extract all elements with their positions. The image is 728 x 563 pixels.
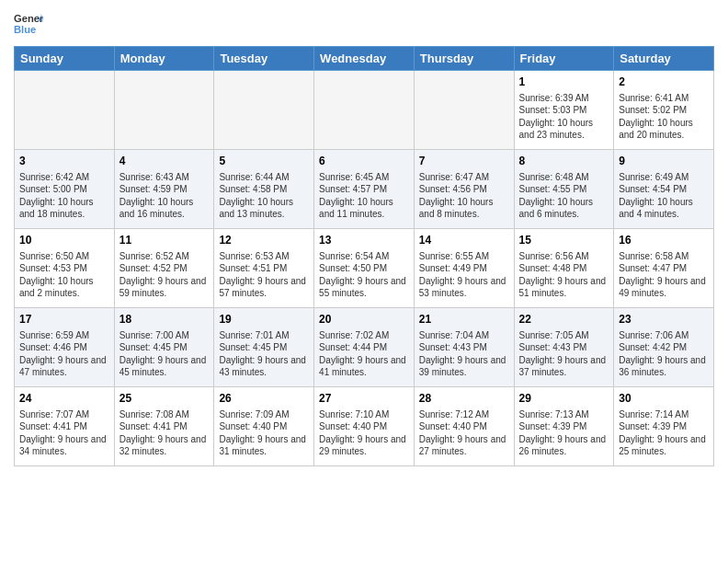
weekday-header-monday: Monday xyxy=(114,47,214,71)
day-number: 17 xyxy=(19,312,109,327)
calendar-cell: 14Sunrise: 6:55 AM Sunset: 4:49 PM Dayli… xyxy=(414,229,514,308)
day-number: 25 xyxy=(119,391,210,407)
weekday-header-saturday: Saturday xyxy=(614,47,714,71)
calendar-table: SundayMondayTuesdayWednesdayThursdayFrid… xyxy=(14,46,714,466)
calendar-cell: 1Sunrise: 6:39 AM Sunset: 5:03 PM Daylig… xyxy=(514,71,614,150)
calendar-cell: 17Sunrise: 6:59 AM Sunset: 4:46 PM Dayli… xyxy=(15,308,115,387)
day-number: 23 xyxy=(619,312,709,327)
day-number: 13 xyxy=(319,233,409,248)
logo-icon: General Blue xyxy=(14,9,43,39)
day-number: 1 xyxy=(519,75,609,90)
calendar-week-row: 3Sunrise: 6:42 AM Sunset: 5:00 PM Daylig… xyxy=(15,150,714,229)
calendar-cell: 22Sunrise: 7:05 AM Sunset: 4:43 PM Dayli… xyxy=(514,308,614,387)
day-info: Sunrise: 6:55 AM Sunset: 4:49 PM Dayligh… xyxy=(419,250,509,300)
calendar-cell: 27Sunrise: 7:10 AM Sunset: 4:40 PM Dayli… xyxy=(314,387,415,466)
day-info: Sunrise: 6:43 AM Sunset: 4:59 PM Dayligh… xyxy=(119,171,210,221)
day-info: Sunrise: 6:39 AM Sunset: 5:03 PM Dayligh… xyxy=(519,92,609,142)
day-number: 7 xyxy=(419,154,509,169)
calendar-cell: 7Sunrise: 6:47 AM Sunset: 4:56 PM Daylig… xyxy=(414,150,514,229)
calendar-cell: 24Sunrise: 7:07 AM Sunset: 4:41 PM Dayli… xyxy=(15,387,115,466)
calendar-cell: 21Sunrise: 7:04 AM Sunset: 4:43 PM Dayli… xyxy=(414,308,514,387)
day-number: 15 xyxy=(519,233,609,248)
day-number: 3 xyxy=(19,154,109,169)
calendar-header-row: SundayMondayTuesdayWednesdayThursdayFrid… xyxy=(15,47,714,71)
calendar-cell: 8Sunrise: 6:48 AM Sunset: 4:55 PM Daylig… xyxy=(514,150,614,229)
logo: General Blue xyxy=(14,9,49,39)
day-number: 11 xyxy=(119,233,210,248)
day-info: Sunrise: 6:50 AM Sunset: 4:53 PM Dayligh… xyxy=(19,250,109,300)
day-info: Sunrise: 6:45 AM Sunset: 4:57 PM Dayligh… xyxy=(319,171,409,221)
day-number: 6 xyxy=(319,154,409,169)
calendar-cell xyxy=(214,71,314,150)
day-number: 21 xyxy=(419,312,509,327)
day-info: Sunrise: 6:58 AM Sunset: 4:47 PM Dayligh… xyxy=(619,250,709,300)
calendar-cell: 26Sunrise: 7:09 AM Sunset: 4:40 PM Dayli… xyxy=(214,387,314,466)
weekday-header-sunday: Sunday xyxy=(15,47,115,71)
day-number: 27 xyxy=(319,391,409,407)
day-number: 19 xyxy=(219,312,309,327)
day-info: Sunrise: 6:42 AM Sunset: 5:00 PM Dayligh… xyxy=(19,171,109,221)
day-info: Sunrise: 7:00 AM Sunset: 4:45 PM Dayligh… xyxy=(119,329,210,379)
calendar-cell xyxy=(15,71,115,150)
day-number: 4 xyxy=(119,154,210,169)
day-info: Sunrise: 6:52 AM Sunset: 4:52 PM Dayligh… xyxy=(119,250,210,300)
page-container: General Blue SundayMondayTuesdayWednesda… xyxy=(0,0,728,563)
day-info: Sunrise: 7:14 AM Sunset: 4:39 PM Dayligh… xyxy=(619,408,709,458)
day-number: 26 xyxy=(219,391,309,407)
calendar-cell: 11Sunrise: 6:52 AM Sunset: 4:52 PM Dayli… xyxy=(114,229,214,308)
day-info: Sunrise: 7:10 AM Sunset: 4:40 PM Dayligh… xyxy=(319,408,409,458)
day-info: Sunrise: 7:09 AM Sunset: 4:40 PM Dayligh… xyxy=(219,408,309,458)
svg-text:General: General xyxy=(14,13,43,24)
day-info: Sunrise: 6:41 AM Sunset: 5:02 PM Dayligh… xyxy=(619,92,709,142)
day-info: Sunrise: 6:49 AM Sunset: 4:54 PM Dayligh… xyxy=(619,171,709,221)
calendar-cell: 2Sunrise: 6:41 AM Sunset: 5:02 PM Daylig… xyxy=(614,71,714,150)
day-info: Sunrise: 6:53 AM Sunset: 4:51 PM Dayligh… xyxy=(219,250,309,300)
day-info: Sunrise: 7:01 AM Sunset: 4:45 PM Dayligh… xyxy=(219,329,309,379)
day-info: Sunrise: 6:48 AM Sunset: 4:55 PM Dayligh… xyxy=(519,171,609,221)
day-info: Sunrise: 7:13 AM Sunset: 4:39 PM Dayligh… xyxy=(519,408,609,458)
day-number: 8 xyxy=(519,154,609,169)
day-number: 30 xyxy=(619,391,709,407)
day-number: 22 xyxy=(519,312,609,327)
calendar-cell: 5Sunrise: 6:44 AM Sunset: 4:58 PM Daylig… xyxy=(214,150,314,229)
svg-text:Blue: Blue xyxy=(14,24,36,35)
day-info: Sunrise: 6:54 AM Sunset: 4:50 PM Dayligh… xyxy=(319,250,409,300)
day-number: 24 xyxy=(19,391,109,407)
calendar-cell: 18Sunrise: 7:00 AM Sunset: 4:45 PM Dayli… xyxy=(114,308,214,387)
calendar-cell: 15Sunrise: 6:56 AM Sunset: 4:48 PM Dayli… xyxy=(514,229,614,308)
calendar-cell: 3Sunrise: 6:42 AM Sunset: 5:00 PM Daylig… xyxy=(15,150,115,229)
calendar-week-row: 10Sunrise: 6:50 AM Sunset: 4:53 PM Dayli… xyxy=(15,229,714,308)
calendar-week-row: 17Sunrise: 6:59 AM Sunset: 4:46 PM Dayli… xyxy=(15,308,714,387)
day-info: Sunrise: 6:56 AM Sunset: 4:48 PM Dayligh… xyxy=(519,250,609,300)
day-number: 10 xyxy=(19,233,109,248)
calendar-cell: 25Sunrise: 7:08 AM Sunset: 4:41 PM Dayli… xyxy=(114,387,214,466)
calendar-cell: 23Sunrise: 7:06 AM Sunset: 4:42 PM Dayli… xyxy=(614,308,714,387)
day-number: 20 xyxy=(319,312,409,327)
day-info: Sunrise: 7:08 AM Sunset: 4:41 PM Dayligh… xyxy=(119,408,210,458)
calendar-week-row: 1Sunrise: 6:39 AM Sunset: 5:03 PM Daylig… xyxy=(15,71,714,150)
calendar-cell: 6Sunrise: 6:45 AM Sunset: 4:57 PM Daylig… xyxy=(314,150,415,229)
day-number: 12 xyxy=(219,233,309,248)
weekday-header-friday: Friday xyxy=(514,47,614,71)
day-number: 2 xyxy=(619,75,709,90)
calendar-cell: 28Sunrise: 7:12 AM Sunset: 4:40 PM Dayli… xyxy=(414,387,514,466)
day-number: 28 xyxy=(419,391,509,407)
day-info: Sunrise: 6:59 AM Sunset: 4:46 PM Dayligh… xyxy=(19,329,109,379)
day-info: Sunrise: 7:02 AM Sunset: 4:44 PM Dayligh… xyxy=(319,329,409,379)
calendar-cell xyxy=(114,71,214,150)
calendar-cell xyxy=(314,71,415,150)
page-header: General Blue xyxy=(14,9,714,39)
day-number: 16 xyxy=(619,233,709,248)
calendar-cell: 19Sunrise: 7:01 AM Sunset: 4:45 PM Dayli… xyxy=(214,308,314,387)
day-number: 9 xyxy=(619,154,709,169)
calendar-cell: 29Sunrise: 7:13 AM Sunset: 4:39 PM Dayli… xyxy=(514,387,614,466)
calendar-week-row: 24Sunrise: 7:07 AM Sunset: 4:41 PM Dayli… xyxy=(15,387,714,466)
day-info: Sunrise: 6:44 AM Sunset: 4:58 PM Dayligh… xyxy=(219,171,309,221)
day-number: 5 xyxy=(219,154,309,169)
calendar-cell: 30Sunrise: 7:14 AM Sunset: 4:39 PM Dayli… xyxy=(614,387,714,466)
calendar-cell: 20Sunrise: 7:02 AM Sunset: 4:44 PM Dayli… xyxy=(314,308,415,387)
calendar-cell: 16Sunrise: 6:58 AM Sunset: 4:47 PM Dayli… xyxy=(614,229,714,308)
day-info: Sunrise: 7:05 AM Sunset: 4:43 PM Dayligh… xyxy=(519,329,609,379)
day-info: Sunrise: 7:06 AM Sunset: 4:42 PM Dayligh… xyxy=(619,329,709,379)
day-info: Sunrise: 7:04 AM Sunset: 4:43 PM Dayligh… xyxy=(419,329,509,379)
